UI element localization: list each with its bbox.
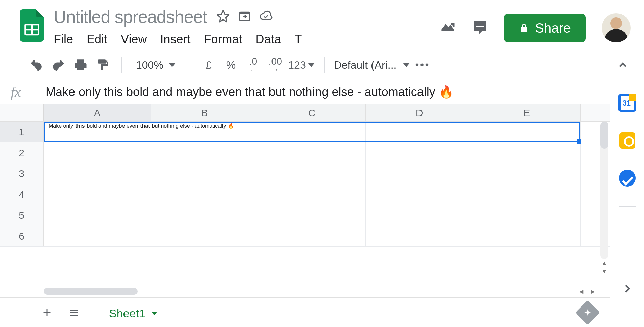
cell-B3[interactable] [151, 163, 258, 184]
print-button[interactable] [71, 55, 90, 74]
cell-A3[interactable] [44, 163, 151, 184]
paint-format-button[interactable] [93, 55, 112, 74]
all-sheets-button[interactable] [67, 306, 81, 319]
row-header-4[interactable]: 4 [0, 184, 44, 205]
decrease-decimal-button[interactable]: .0← [244, 55, 262, 74]
explore-button[interactable] [579, 304, 596, 321]
redo-button[interactable] [49, 55, 68, 74]
cell-E2[interactable] [473, 142, 581, 163]
sheet-tab-sheet1[interactable]: Sheet1 [94, 300, 172, 326]
cell-C4[interactable] [258, 184, 366, 205]
row-header-2[interactable]: 2 [0, 142, 44, 163]
cell-C3[interactable] [258, 163, 366, 184]
collapse-toolbar-button[interactable] [613, 55, 632, 74]
formula-bar: fx Make only this bold and maybe even th… [0, 80, 610, 104]
currency-button[interactable]: £ [199, 55, 218, 74]
cell-D6[interactable] [366, 226, 473, 246]
sheet-tab-menu-icon[interactable] [151, 312, 157, 315]
cell-D1[interactable] [366, 122, 473, 142]
menu-file[interactable]: File [54, 32, 73, 46]
cell-C5[interactable] [258, 205, 366, 226]
menu-edit[interactable]: Edit [87, 32, 107, 46]
sheets-logo[interactable] [17, 7, 47, 42]
horizontal-scrollbar[interactable]: ◀▶ [0, 285, 610, 297]
row-header-3[interactable]: 3 [0, 163, 44, 184]
sheet-tab-label: Sheet1 [109, 307, 145, 320]
col-header-E[interactable]: E [473, 104, 581, 121]
svg-rect-4 [476, 23, 484, 25]
select-all-corner[interactable] [0, 104, 44, 121]
row-header-1[interactable]: 1 [0, 122, 44, 142]
fx-icon[interactable]: fx [0, 84, 32, 100]
cell-B4[interactable] [151, 184, 258, 205]
share-button[interactable]: Share [504, 14, 586, 42]
spreadsheet-grid[interactable]: A B C D E 123456 Make only this bold and… [0, 104, 610, 285]
menu-view[interactable]: View [121, 32, 147, 46]
vertical-scrollbar[interactable]: ▲ ▼ [600, 122, 608, 275]
cell-C2[interactable] [258, 142, 366, 163]
percent-button[interactable]: % [221, 55, 240, 74]
account-avatar[interactable] [602, 13, 631, 42]
comments-icon[interactable] [472, 19, 488, 37]
menu-format[interactable]: Format [204, 32, 242, 46]
document-title[interactable]: Untitled spreadsheet [54, 7, 207, 27]
side-separator [619, 206, 636, 207]
toolbar: 100% £ % .0← .00→ 123 Default (Ari... ••… [0, 50, 644, 80]
cell-A6[interactable] [44, 226, 151, 246]
star-icon[interactable] [216, 9, 230, 24]
menu-bar: File Edit View Insert Format Data T [54, 32, 433, 46]
cell-C1[interactable] [258, 122, 366, 142]
cell-B1[interactable] [151, 122, 258, 142]
menu-insert[interactable]: Insert [160, 32, 190, 46]
header: Untitled spreadsheet File Edit View Inse… [0, 0, 644, 50]
col-header-B[interactable]: B [151, 104, 258, 121]
share-label: Share [535, 21, 571, 36]
cell-E6[interactable] [473, 226, 581, 246]
tasks-icon[interactable] [618, 169, 637, 188]
side-panel [610, 80, 644, 327]
cell-E5[interactable] [473, 205, 581, 226]
calendar-icon[interactable] [618, 93, 637, 112]
menu-data[interactable]: Data [256, 32, 281, 46]
hide-side-panel-button[interactable] [618, 279, 637, 298]
sheet-tabs-bar: Sheet1 [0, 297, 610, 327]
cell-C6[interactable] [258, 226, 366, 246]
cell-A5[interactable] [44, 205, 151, 226]
col-header-C[interactable]: C [258, 104, 366, 121]
cell-E1[interactable] [473, 122, 581, 142]
row-header-5[interactable]: 5 [0, 205, 44, 226]
cell-E4[interactable] [473, 184, 581, 205]
add-sheet-button[interactable] [40, 306, 54, 319]
formula-input[interactable]: Make only this bold and maybe even that … [32, 85, 610, 99]
cell-E3[interactable] [473, 163, 581, 184]
toolbar-more-button[interactable]: ••• [413, 55, 432, 74]
cell-D3[interactable] [366, 163, 473, 184]
cell-D4[interactable] [366, 184, 473, 205]
zoom-select[interactable]: 100% [131, 59, 180, 71]
more-formats-button[interactable]: 123 [288, 55, 314, 74]
svg-rect-5 [476, 26, 484, 27]
cell-D5[interactable] [366, 205, 473, 226]
cell-A2[interactable] [44, 142, 151, 163]
col-header-A[interactable]: A [44, 104, 151, 121]
move-icon[interactable] [238, 9, 251, 24]
row-header-6[interactable]: 6 [0, 226, 44, 246]
cell-B5[interactable] [151, 205, 258, 226]
cell-B6[interactable] [151, 226, 258, 246]
cell-A4[interactable] [44, 184, 151, 205]
keep-icon[interactable] [618, 131, 637, 150]
font-select[interactable]: Default (Ari... [334, 59, 410, 71]
increase-decimal-button[interactable]: .00→ [266, 55, 285, 74]
cell-A1[interactable] [44, 122, 151, 142]
col-header-D[interactable]: D [366, 104, 473, 121]
menu-more[interactable]: T [295, 32, 302, 46]
undo-button[interactable] [27, 55, 46, 74]
activity-icon[interactable] [440, 19, 456, 37]
cell-B2[interactable] [151, 142, 258, 163]
cloud-status-icon[interactable] [259, 9, 273, 24]
cell-D2[interactable] [366, 142, 473, 163]
